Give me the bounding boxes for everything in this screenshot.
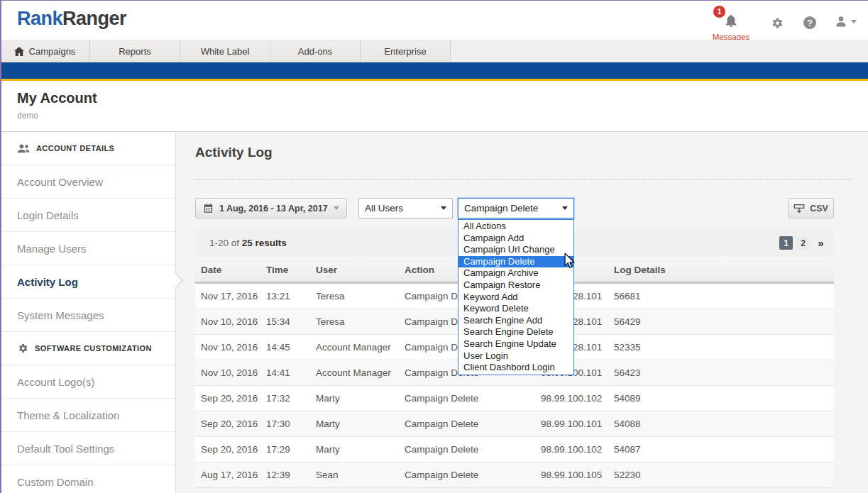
sidebar-section-software-customization: SOFTWARE CUSTOMIZATION	[1, 332, 175, 365]
column-header: Log Details	[614, 257, 666, 284]
home-icon	[14, 47, 24, 56]
divider	[195, 179, 852, 180]
page-title: My Account	[17, 90, 97, 106]
date-range-value: 1 Aug, 2016 - 13 Apr, 2017	[219, 204, 328, 214]
results-count: 1-20 of 25 results	[209, 238, 287, 248]
settings-button[interactable]	[769, 14, 786, 31]
column-header: Action	[405, 257, 434, 284]
cell-date: Nov 10, 2016	[201, 360, 258, 386]
messages-button[interactable]: 1 Messages	[709, 4, 753, 41]
dropdown-option[interactable]: Campaign Delete	[458, 256, 573, 268]
window-edge	[0, 0, 868, 1]
dropdown-option[interactable]: Campaign Add	[458, 233, 573, 245]
cell-user: Teresa	[316, 284, 345, 309]
sidebar-section-account-details: ACCOUNT DETAILS	[1, 132, 175, 165]
cell-user: Teresa	[316, 309, 345, 335]
cell-time: 12:39	[266, 462, 290, 488]
sidebar-item[interactable]: Activity Log	[1, 265, 175, 299]
cell-user: Marty	[316, 437, 340, 462]
cell-log-details: 56429	[614, 309, 641, 335]
chevron-down-icon	[562, 206, 568, 210]
table-row: Sep 20, 2016 17:29 Marty Campaign Delete…	[195, 437, 834, 462]
pagination: 1 2 »	[779, 236, 827, 250]
help-button[interactable]: ?	[801, 14, 818, 31]
dropdown-option[interactable]: Campaign Archive	[458, 267, 573, 279]
sidebar-item[interactable]: Custom Domain	[1, 465, 175, 493]
sidebar-item[interactable]: Default Tool Settings	[1, 432, 175, 465]
gear-icon	[17, 343, 28, 354]
dropdown-option[interactable]: User Login	[458, 350, 573, 362]
sidebar-item[interactable]: Account Overview	[1, 165, 175, 199]
cell-log-details: 56681	[614, 284, 641, 309]
my-account-page: RankRanger 1 Messages ?	[0, 0, 868, 493]
cell-time: 17:29	[266, 437, 290, 462]
page-header: My Account demo	[0, 81, 868, 132]
calendar-icon	[203, 203, 214, 214]
dropdown-option[interactable]: Search Engine Add	[458, 315, 573, 327]
export-csv-button[interactable]: CSV	[788, 198, 834, 218]
dropdown-option[interactable]: Client Dashbord Login	[458, 362, 573, 374]
cell-date: Sep 20, 2016	[201, 386, 258, 411]
table-row: Sep 20, 2016 17:32 Marty Campaign Delete…	[195, 386, 834, 411]
dropdown-option[interactable]: Keyword Delete	[458, 303, 573, 315]
sidebar-item[interactable]: Account Logo(s)	[1, 365, 175, 399]
cell-date: Sep 20, 2016	[201, 411, 258, 437]
cell-log-details: 52230	[614, 462, 641, 488]
sidebar-item[interactable]: Login Details	[1, 199, 175, 232]
nav-tab-white-label[interactable]: White Label	[180, 40, 270, 62]
next-page-button[interactable]: »	[813, 236, 827, 250]
date-range-picker[interactable]: 1 Aug, 2016 - 13 Apr, 2017	[195, 198, 347, 218]
cell-user: Marty	[316, 386, 340, 411]
sidebar-item[interactable]: Manage Users	[1, 232, 175, 265]
sidebar-item[interactable]: Theme & Localization	[1, 399, 175, 432]
sidebar-item[interactable]: System Messages	[1, 299, 175, 332]
cell-time: 14:45	[266, 335, 290, 360]
cell-action: Campaign Delete	[405, 462, 478, 488]
dropdown-option[interactable]: Campaign Url Change	[458, 244, 573, 256]
column-header: Time	[266, 257, 288, 284]
nav-tab-reports[interactable]: Reports	[90, 40, 180, 62]
gear-icon	[771, 16, 784, 30]
action-filter-select[interactable]: Campaign Delete	[458, 198, 574, 218]
nav-tab-campaigns[interactable]: Campaigns	[0, 40, 90, 62]
chevron-down-icon	[851, 20, 857, 23]
section-heading: Activity Log	[195, 145, 273, 160]
cell-time: 17:30	[266, 411, 290, 437]
dropdown-option[interactable]: All Actions	[458, 221, 573, 233]
cell-ip: 98.99.100.102	[541, 386, 602, 411]
cell-date: Sep 20, 2016	[201, 437, 258, 462]
user-filter-select[interactable]: All Users	[358, 198, 453, 218]
dropdown-option[interactable]: Campaign Restore	[458, 279, 573, 292]
dropdown-option[interactable]: Search Engine Update	[458, 338, 573, 350]
user-icon	[834, 14, 848, 28]
action-filter-dropdown: All Actions Campaign Add Campaign Url Ch…	[458, 219, 574, 375]
cell-date: Aug 17, 2016	[201, 462, 258, 488]
cell-user: Account Manager	[316, 360, 391, 386]
cell-log-details: 54088	[614, 411, 641, 437]
messages-count-badge: 1	[713, 6, 725, 18]
nav-tab-addons[interactable]: Add-ons	[270, 40, 361, 62]
download-icon	[793, 204, 805, 214]
cell-log-details: 54087	[614, 437, 641, 462]
rankranger-logo[interactable]: RankRanger	[17, 8, 126, 30]
cell-time: 15:34	[266, 309, 290, 335]
cell-user: Account Manager	[316, 335, 391, 360]
nav-tab-enterprise[interactable]: Enterprise	[361, 40, 451, 62]
top-bar: RankRanger 1 Messages ?	[0, 0, 868, 40]
table-row: Aug 17, 2016 12:39 Sean Campaign Delete …	[195, 462, 834, 488]
cell-log-details: 52335	[614, 335, 641, 360]
cell-date: Nov 10, 2016	[201, 309, 258, 335]
window-edge	[0, 0, 1, 493]
dropdown-option[interactable]: Keyword Add	[458, 292, 573, 304]
mouse-cursor	[564, 253, 576, 269]
user-menu-button[interactable]	[834, 14, 857, 28]
cell-user: Sean	[316, 462, 339, 488]
bell-icon	[723, 13, 739, 28]
cell-time: 13:21	[266, 284, 290, 309]
page-button-1[interactable]: 1	[779, 236, 793, 250]
main-nav: Campaigns Reports White Label Add-ons En…	[0, 40, 868, 62]
page-button-2[interactable]: 2	[796, 236, 810, 250]
cell-ip: 98.99.100.101	[541, 411, 602, 437]
dropdown-option[interactable]: Search Engine Delete	[458, 326, 573, 338]
chevron-down-icon	[441, 206, 446, 210]
